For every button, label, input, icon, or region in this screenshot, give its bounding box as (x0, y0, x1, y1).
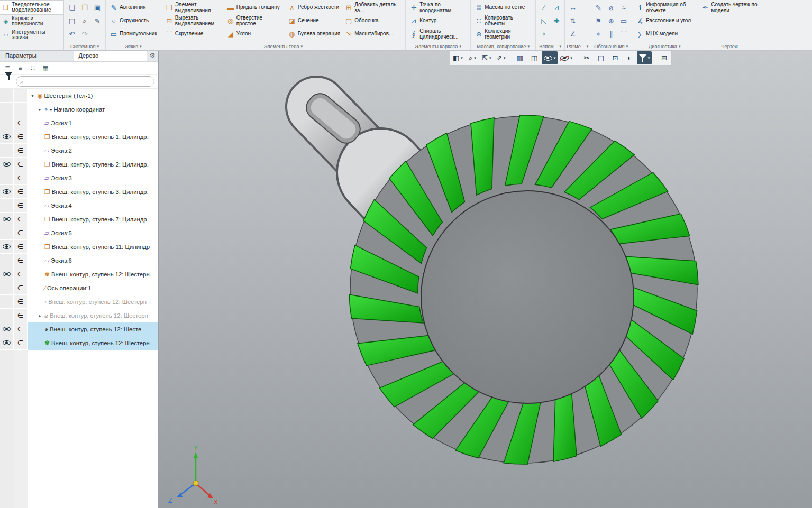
mass-properties-button[interactable]: ∑МЦХ модели (634, 27, 695, 41)
tree-row[interactable]: ∈❒Внеш. контур, ступень 3: Цилиндр. (0, 185, 158, 199)
inclusion-cell[interactable]: ∈ (14, 309, 28, 322)
ribbon-group-label[interactable]: Элементы тела▾ (163, 43, 404, 50)
frame-button[interactable]: ▭ (617, 14, 630, 27)
measure-grid-button[interactable]: ⊞ (657, 51, 671, 64)
inclusion-cell[interactable]: ∈ (14, 336, 28, 350)
tree-search-input[interactable] (25, 78, 150, 85)
visibility-cell[interactable] (0, 281, 14, 295)
extrude-button[interactable]: ❒Элемент выдавливания (163, 1, 224, 14)
visibility-cell[interactable] (0, 322, 14, 336)
object-info-button[interactable]: ℹИнформация об объекте (634, 1, 695, 14)
mode-tab-solid-modeling[interactable]: ❑Твердотельное моделирование (0, 1, 63, 14)
autoline-button[interactable]: ✎Автолиния (107, 1, 159, 14)
rectangle-button[interactable]: ▭Прямоугольник (107, 27, 159, 41)
tree-sequence-button[interactable]: ≡ (14, 63, 26, 73)
copy-objects-button[interactable]: ∷Копировать объекты (472, 14, 534, 27)
tree-row[interactable]: ∈◦Внеш. контур, ступень 12: Шестерн (0, 295, 158, 309)
tree-row[interactable]: ∈▸⌀Внеш. контур, ступень 12: Шестерн (0, 309, 158, 322)
inclusion-cell[interactable]: ∈ (14, 199, 28, 213)
viewport-3d[interactable]: YXZ ◧▾⌕▾⇱▾⇗▾▦◫▾▾✂▤⊡◐▾⊞ (159, 51, 812, 508)
inclusion-cell[interactable]: ∈ (14, 281, 28, 295)
fillet-button[interactable]: ⌒Скругление (163, 27, 224, 41)
tree-row[interactable]: ∈◕Внеш. контур, ступень 12: Шесте (0, 322, 158, 336)
visibility-cell[interactable] (0, 226, 14, 240)
vertical-dimension-button[interactable]: ⇅ (567, 14, 579, 27)
open-document-button[interactable]: ❐ (78, 1, 91, 14)
orientation-triad[interactable]: YXZ (168, 445, 218, 506)
tree-row[interactable]: ∈▱Эскиз:5 (0, 226, 158, 240)
tree-row[interactable]: ∈▱Эскиз:2 (0, 144, 158, 158)
visibility-cell[interactable] (0, 336, 14, 350)
distance-angle-button[interactable]: ∡Расстояние и угол (634, 14, 695, 27)
inclusion-cell[interactable]: ∈ (14, 213, 28, 226)
draft-button[interactable]: ◢Уклон (224, 27, 286, 41)
tree-search-box[interactable]: ⌕ (16, 76, 154, 87)
visibility-cell[interactable] (0, 89, 14, 103)
tree-row[interactable]: ∈❒Внеш. контур, ступень 2: Цилиндр. (0, 158, 158, 171)
show-objects-button[interactable]: ▾ (542, 51, 558, 64)
visibility-cell[interactable] (0, 240, 14, 254)
new-document-button[interactable]: ❏ (66, 1, 78, 14)
clip-box-button[interactable]: ▤ (594, 51, 608, 64)
inclusion-cell[interactable]: ∈ (14, 116, 28, 130)
point-by-coordinates-button[interactable]: ✛Точка по координатам (407, 1, 469, 14)
tab-parameters[interactable]: Параметры (0, 51, 74, 61)
tree-row[interactable]: ∈✾Внеш. контур, ступень 12: Шестерн (0, 336, 158, 350)
ribbon-group-label[interactable]: Чертеж (699, 43, 760, 50)
inclusion-cell[interactable]: ∈ (14, 254, 28, 267)
hide-objects-button[interactable]: ▾ (558, 51, 574, 64)
inclusion-cell[interactable]: ∈ (14, 226, 28, 240)
filter-funnel-icon[interactable] (5, 77, 12, 86)
undo-button[interactable]: ↶ (66, 27, 78, 41)
inclusion-cell[interactable]: ∈ (14, 267, 28, 281)
section-button[interactable]: ◪Сечение (286, 14, 342, 27)
thicken-button[interactable]: ▬Придать толщину (224, 1, 286, 14)
tree-row[interactable]: ∈✾Внеш. контур, ступень 12: Шестерн. (0, 267, 158, 281)
center-mark-button[interactable]: ⌖ (592, 27, 605, 41)
position-button[interactable]: ⊕ (605, 14, 617, 27)
ribbon-group-label[interactable]: Разме...▾ (567, 43, 588, 50)
inclusion-cell[interactable]: ∈ (14, 322, 28, 336)
inclusion-cell[interactable]: ∈ (14, 158, 28, 171)
scene-filter-button[interactable]: ▾ (637, 51, 652, 64)
tree-row[interactable]: ▾◉Шестерня (Тел-1) (0, 89, 158, 103)
gear-teeth[interactable] (349, 115, 698, 464)
clip-plane-button[interactable]: ⊡ (608, 51, 622, 64)
save-button[interactable]: ▣ (91, 1, 104, 14)
inclusion-cell[interactable]: ∈ (14, 185, 28, 199)
boolean-button[interactable]: ◍Булева операция (286, 27, 342, 41)
visibility-cell[interactable] (0, 171, 14, 185)
ribbon-group-label[interactable]: Массив, копирование▾ (472, 43, 534, 50)
scale-button[interactable]: ⇲Масштабиров... (342, 27, 404, 41)
rib-button[interactable]: ∧Ребро жесткости (286, 1, 342, 14)
mode-tab-wireframe-surfaces[interactable]: ◈Каркас и поверхности (0, 14, 63, 28)
wireframe-view-button[interactable]: ◫ (527, 51, 541, 64)
inclusion-cell[interactable] (14, 103, 28, 116)
inclusion-cell[interactable]: ∈ (14, 295, 28, 309)
contour-button[interactable]: ⊿Контур (407, 14, 469, 27)
ribbon-group-label[interactable]: Элементы каркаса▾ (407, 43, 469, 50)
print-preview-button[interactable]: ⌕ (78, 14, 91, 27)
redo-button[interactable]: ↷ (78, 27, 91, 41)
inclusion-cell[interactable]: ∈ (14, 130, 28, 144)
visibility-cell[interactable] (0, 103, 14, 116)
tree-row[interactable]: ∈❒Внеш. контур, ступень 1: Цилиндр. (0, 130, 158, 144)
view-direction-button[interactable]: ⇗▾ (494, 51, 508, 64)
cut-extrude-button[interactable]: ⊟Вырезать выдавливанием (163, 14, 224, 27)
inclusion-cell[interactable]: ∈ (14, 144, 28, 158)
construction-plane-button[interactable]: ◺ (537, 14, 550, 27)
save-as-button[interactable]: ✎ (91, 14, 104, 27)
visibility-cell[interactable] (0, 144, 14, 158)
visibility-cell[interactable] (0, 267, 14, 281)
shell-button[interactable]: ▢Оболочка (342, 14, 404, 27)
tree-row[interactable]: ∈▱Эскиз:1 (0, 116, 158, 130)
shaded-view-button[interactable]: ▦ (513, 51, 527, 64)
ribbon-group-label[interactable]: Эскиз▾ (107, 43, 159, 50)
expander-icon[interactable]: ▸ (37, 313, 43, 318)
section-view-button[interactable]: ✂ (580, 51, 594, 64)
construction-surface-button[interactable]: ⊿ (550, 1, 563, 14)
print-button[interactable]: ▤ (66, 14, 78, 27)
tree-row[interactable]: ∈▱Эскиз:3 (0, 171, 158, 185)
ribbon-group-label[interactable]: Вспом...▾ (537, 43, 563, 50)
visibility-cell[interactable] (0, 158, 14, 171)
